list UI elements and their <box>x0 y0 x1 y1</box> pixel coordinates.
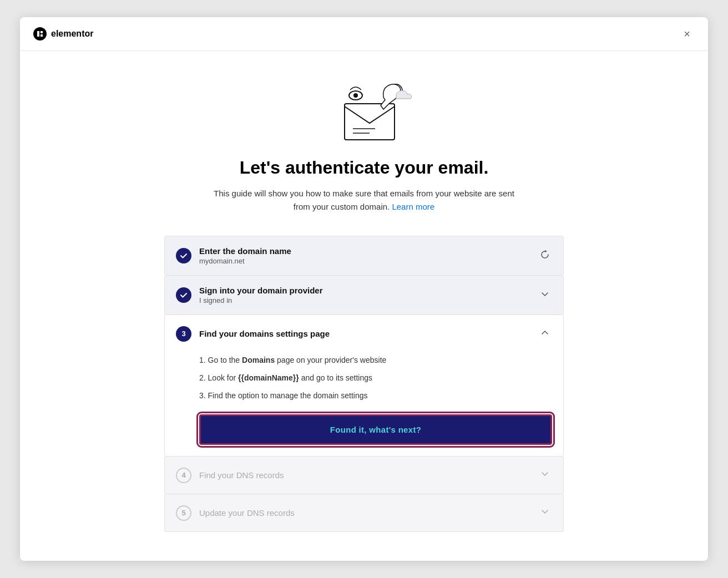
step-3-left: 3 Find your domains settings page <box>176 326 330 342</box>
step-1-check-icon <box>176 248 191 263</box>
hero-illustration <box>314 73 414 140</box>
step-5-number-icon: 5 <box>176 505 191 521</box>
step-2: Sign into your domain provider I signed … <box>164 275 564 315</box>
step-3-instruction-2: 2. Look for {{domainName}} and go to its… <box>199 370 552 386</box>
step-1-subtitle: mydomain.net <box>199 257 291 265</box>
svg-rect-1 <box>41 31 43 33</box>
step-3: 3 Find your domains settings page 1. Go … <box>164 315 564 457</box>
elementor-logo-icon <box>33 27 47 40</box>
found-it-button[interactable]: Found it, what's next? <box>199 414 552 445</box>
learn-more-link[interactable]: Learn more <box>392 202 434 211</box>
svg-point-5 <box>353 93 358 98</box>
step-2-subtitle: I signed in <box>199 296 323 305</box>
main-modal: elementor × <box>20 17 708 561</box>
logo-area: elementor <box>33 27 93 40</box>
step-5-title: Update your DNS records <box>199 508 295 518</box>
step-2-toggle-button[interactable] <box>538 287 552 304</box>
svg-rect-2 <box>41 34 43 37</box>
step-1-title-group: Enter the domain name mydomain.net <box>199 246 291 265</box>
step-1-title: Enter the domain name <box>199 246 291 256</box>
step-4-toggle-button[interactable] <box>538 467 552 484</box>
step-3-title: Find your domains settings page <box>199 329 330 338</box>
logo-text: elementor <box>51 29 93 39</box>
hero-subtitle: This guide will show you how to make sur… <box>214 187 514 214</box>
step-3-instruction-3: 3. Find the option to manage the domain … <box>199 388 552 403</box>
step-1-header: Enter the domain name mydomain.net <box>165 236 563 275</box>
step-3-header: 3 Find your domains settings page <box>165 315 563 352</box>
step-1-refresh-button[interactable] <box>538 247 552 265</box>
step-3-body: 1. Go to the Domains page on your provid… <box>165 352 563 456</box>
step-4-header: 4 Find your DNS records <box>165 457 563 494</box>
step-5-header: 5 Update your DNS records <box>165 494 563 531</box>
step-4-title: Find your DNS records <box>199 470 284 480</box>
subtitle-text-2: from your custom domain. <box>294 202 390 211</box>
step-4: 4 Find your DNS records <box>164 456 564 494</box>
modal-content: Let's authenticate your email. This guid… <box>20 51 708 554</box>
step-5: 5 Update your DNS records <box>164 494 564 532</box>
step-4-number-icon: 4 <box>176 468 191 483</box>
step-2-check-icon <box>176 287 191 303</box>
step-1-left: Enter the domain name mydomain.net <box>176 246 291 265</box>
step-5-toggle-button[interactable] <box>538 504 552 521</box>
svg-rect-3 <box>345 104 395 140</box>
step-3-instruction-1: 1. Go to the Domains page on your provid… <box>199 352 552 368</box>
step-3-number-icon: 3 <box>176 326 191 342</box>
step-2-header: Sign into your domain provider I signed … <box>165 276 563 315</box>
step-3-toggle-button[interactable] <box>538 325 552 342</box>
svg-rect-0 <box>37 31 39 37</box>
step-4-left: 4 Find your DNS records <box>176 468 284 483</box>
steps-container: Enter the domain name mydomain.net <box>164 236 564 531</box>
step-4-title-group: Find your DNS records <box>199 470 284 480</box>
main-title: Let's authenticate your email. <box>240 158 489 178</box>
close-button[interactable]: × <box>679 26 695 42</box>
subtitle-text-1: This guide will show you how to make sur… <box>214 189 514 198</box>
step-5-title-group: Update your DNS records <box>199 508 295 518</box>
modal-header: elementor × <box>20 17 708 51</box>
step-3-instructions: 1. Go to the Domains page on your provid… <box>199 352 552 403</box>
step-2-title: Sign into your domain provider <box>199 286 323 295</box>
step-1: Enter the domain name mydomain.net <box>164 236 564 276</box>
step-2-left: Sign into your domain provider I signed … <box>176 286 323 305</box>
step-2-title-group: Sign into your domain provider I signed … <box>199 286 323 305</box>
step-3-title-group: Find your domains settings page <box>199 329 330 338</box>
step-5-left: 5 Update your DNS records <box>176 505 295 521</box>
